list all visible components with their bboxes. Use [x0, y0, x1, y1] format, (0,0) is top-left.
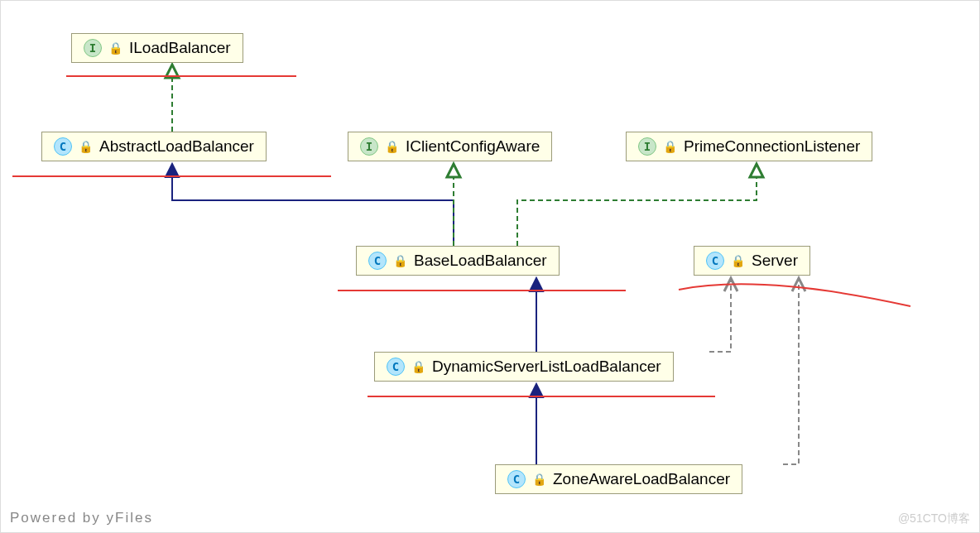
lock-icon: 🔒 — [79, 140, 93, 153]
node-label: IClientConfigAware — [406, 137, 540, 156]
interface-icon: I — [84, 39, 102, 57]
redline — [12, 175, 331, 177]
lock-icon: 🔒 — [393, 254, 407, 267]
node-iclientconfigaware[interactable]: I 🔒 IClientConfigAware — [348, 132, 552, 161]
redline — [66, 75, 296, 77]
node-primeconnectionlistener[interactable]: I 🔒 PrimeConnectionListener — [626, 132, 872, 161]
lock-icon: 🔒 — [108, 41, 122, 55]
node-label: PrimeConnectionListener — [684, 137, 860, 156]
node-dynamicserverlistloadbalancer[interactable]: C 🔒 DynamicServerListLoadBalancer — [374, 352, 674, 382]
node-label: DynamicServerListLoadBalancer — [432, 358, 661, 376]
lock-icon: 🔒 — [663, 140, 677, 153]
class-icon: C — [54, 137, 72, 156]
lock-icon: 🔒 — [532, 473, 546, 486]
node-label: ZoneAwareLoadBalancer — [553, 470, 730, 488]
node-label: Server — [752, 252, 798, 270]
watermark-label: @51CTO博客 — [898, 511, 970, 526]
lock-icon: 🔒 — [385, 140, 399, 153]
class-icon: C — [368, 252, 387, 270]
redline — [368, 396, 715, 397]
node-label: AbstractLoadBalancer — [99, 137, 254, 156]
node-server[interactable]: C 🔒 Server — [694, 246, 810, 276]
node-zoneawareloadbalancer[interactable]: C 🔒 ZoneAwareLoadBalancer — [495, 464, 742, 494]
node-abstractloadbalancer[interactable]: C 🔒 AbstractLoadBalancer — [41, 132, 267, 161]
class-icon: C — [507, 470, 526, 488]
uml-diagram-canvas: I 🔒 ILoadBalancer C 🔒 AbstractLoadBalanc… — [0, 0, 980, 533]
class-icon: C — [706, 252, 724, 270]
class-icon: C — [387, 358, 405, 376]
interface-icon: I — [360, 137, 378, 156]
redline — [338, 290, 626, 291]
lock-icon: 🔒 — [731, 254, 745, 267]
node-baseloadbalancer[interactable]: C 🔒 BaseLoadBalancer — [356, 246, 560, 276]
node-iloadbalancer[interactable]: I 🔒 ILoadBalancer — [71, 33, 243, 63]
interface-icon: I — [638, 137, 656, 156]
powered-by-label: Powered by yFiles — [10, 510, 153, 526]
lock-icon: 🔒 — [411, 360, 425, 373]
node-label: BaseLoadBalancer — [414, 252, 547, 270]
node-label: ILoadBalancer — [129, 39, 231, 57]
